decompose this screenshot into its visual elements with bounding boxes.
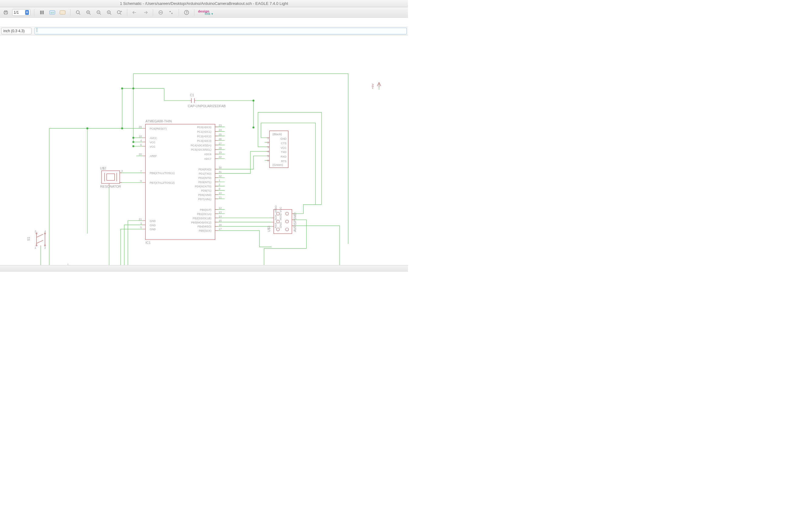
svg-text:(Black): (Black) — [273, 132, 282, 136]
supply-vcc[interactable]: +5V — [371, 82, 381, 89]
svg-text:S1: S1 — [27, 237, 30, 241]
command-input[interactable] — [35, 27, 407, 34]
component-s1[interactable]: S1 4 3 1 2 — [27, 230, 46, 249]
svg-rect-4 — [42, 11, 42, 14]
cancel-button[interactable] — [157, 8, 165, 16]
svg-text:U$3: U$3 — [267, 226, 271, 232]
toolbar-separator — [127, 9, 127, 16]
svg-text:TXD: TXD — [281, 151, 286, 154]
svg-text:PC6(/RESET): PC6(/RESET) — [150, 127, 167, 130]
svg-rect-5 — [43, 11, 44, 14]
svg-text:12: 12 — [219, 207, 222, 210]
library-button[interactable] — [38, 8, 46, 16]
sheet-selector[interactable]: 1/1 — [12, 9, 30, 16]
svg-text:32: 32 — [219, 175, 222, 178]
svg-point-197 — [285, 212, 289, 215]
window-title: 1 Schematic - /Users/sareen/Desktop/Ardu… — [120, 1, 288, 6]
svg-point-35 — [132, 145, 134, 147]
svg-rect-3 — [40, 11, 41, 14]
zoom-in-button[interactable] — [85, 8, 92, 16]
designlink-button[interactable]: designlink ▾ — [198, 10, 213, 16]
svg-text:AVCC: AVCC — [150, 137, 157, 140]
svg-text:3: 3 — [35, 230, 36, 233]
svg-text:CTS: CTS — [281, 142, 286, 145]
sheet-selector-value: 1/1 — [14, 10, 19, 15]
svg-text:SCK: SCK — [274, 215, 277, 220]
svg-text:PD5(T1): PD5(T1) — [201, 189, 211, 192]
help-button[interactable]: ? — [183, 8, 190, 16]
svg-text:28: 28 — [219, 147, 222, 150]
svg-rect-150 — [101, 171, 120, 184]
svg-text:6: 6 — [140, 143, 142, 146]
svg-rect-1 — [4, 11, 7, 12]
svg-text:5: 5 — [140, 226, 142, 229]
svg-line-12 — [89, 13, 91, 15]
svg-text:31: 31 — [219, 170, 222, 173]
svg-text:AREF: AREF — [150, 155, 157, 157]
svg-text:PB3(MOSI/OC2): PB3(MOSI/OC2) — [191, 221, 211, 224]
svg-text:PD2(INT0): PD2(INT0) — [198, 176, 211, 179]
toolbar-separator — [34, 9, 34, 16]
component-resonator[interactable]: U$2 RESONATOR 3 — [100, 166, 123, 188]
toolbar-separator — [179, 9, 179, 16]
svg-text:PC3(ADC3): PC3(ADC3) — [197, 139, 211, 142]
svg-text:16: 16 — [219, 224, 222, 227]
junctions — [48, 88, 341, 265]
svg-text:19: 19 — [219, 151, 222, 154]
undo-button[interactable] — [131, 8, 139, 16]
svg-text:U$2: U$2 — [100, 166, 106, 170]
svg-text:18: 18 — [139, 135, 142, 138]
svg-text:PC4(ADC4/SDA): PC4(ADC4/SDA) — [191, 144, 211, 147]
svg-text:PB1(OC1A): PB1(OC1A) — [197, 212, 211, 215]
svg-text:10: 10 — [219, 192, 222, 195]
svg-text:VCC: VCC — [150, 145, 155, 148]
svg-text:24: 24 — [219, 129, 222, 132]
svg-point-9 — [76, 11, 79, 14]
svg-text:13: 13 — [219, 211, 222, 214]
run-ulp-button[interactable] — [59, 8, 67, 16]
svg-point-33 — [132, 137, 134, 138]
svg-text:22: 22 — [219, 155, 222, 158]
svg-text:2: 2 — [267, 141, 269, 144]
svg-text:17: 17 — [219, 227, 222, 230]
component-ftdi-header[interactable]: (Black) (Green) GND CTS VCC TXD RXD RTS … — [266, 131, 288, 168]
svg-text:PC5(ADC5/SCL): PC5(ADC5/SCL) — [191, 148, 211, 151]
zoom-fit-button[interactable] — [74, 8, 82, 16]
component-ic1[interactable]: ATMEGA88-THIN IC1 PC6(/RESET) AVCC VCC V… — [139, 119, 222, 244]
svg-point-36 — [253, 100, 254, 101]
svg-text:PB2(SS/OC1B): PB2(SS/OC1B) — [192, 217, 211, 220]
go-button[interactable] — [167, 8, 175, 16]
component-isp-header[interactable]: U$3 AVRISPSMD MISO VCC SCK MOSI RST GND — [267, 206, 297, 234]
svg-text:20: 20 — [139, 153, 142, 156]
svg-line-163 — [36, 234, 43, 237]
script-button[interactable]: scr — [48, 8, 56, 16]
svg-point-20 — [108, 12, 109, 13]
svg-text:29: 29 — [139, 126, 142, 129]
zoom-select-button[interactable] — [115, 8, 123, 16]
schematic-canvas[interactable]: ATMEGA88-THIN IC1 PC6(/RESET) AVCC VCC V… — [0, 35, 408, 265]
svg-text:8: 8 — [140, 179, 142, 183]
svg-text:23: 23 — [219, 124, 222, 127]
svg-text:25: 25 — [219, 133, 222, 136]
svg-text:GND: GND — [150, 224, 156, 227]
redo-button[interactable] — [141, 8, 149, 16]
svg-text:GND: GND — [279, 222, 282, 228]
stepper-arrows-icon — [25, 10, 29, 15]
toolbar-separator — [153, 9, 153, 16]
toolbar-separator — [194, 9, 194, 16]
origin-crosshair — [65, 264, 71, 265]
svg-text:4: 4 — [140, 139, 142, 142]
svg-line-164 — [36, 240, 43, 243]
svg-point-25 — [169, 11, 171, 12]
svg-text:9: 9 — [219, 187, 220, 190]
svg-text:scr: scr — [51, 12, 54, 14]
svg-text:PD7(AIN1): PD7(AIN1) — [198, 198, 211, 201]
svg-text:RESONATOR: RESONATOR — [100, 185, 121, 188]
zoom-redraw-button[interactable] — [105, 8, 113, 16]
svg-text:ATMEGA88-THIN: ATMEGA88-THIN — [146, 119, 172, 123]
zoom-out-button[interactable] — [95, 8, 103, 16]
svg-text:5: 5 — [267, 155, 269, 157]
svg-point-34 — [132, 141, 134, 143]
svg-text:RXD: RXD — [281, 155, 286, 158]
print-button[interactable] — [2, 8, 10, 16]
